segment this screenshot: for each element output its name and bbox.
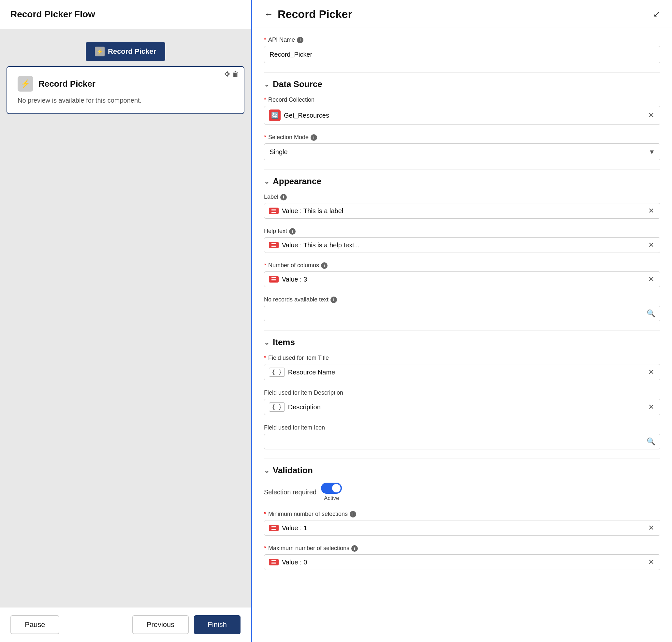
selection-mode-select[interactable]: Single Multiple bbox=[264, 143, 660, 160]
item-icon-input[interactable] bbox=[269, 438, 647, 446]
item-title-clear-button[interactable]: ✕ bbox=[647, 368, 655, 376]
min-selections-info-icon: i bbox=[350, 511, 356, 517]
no-records-search-icon: 🔍 bbox=[647, 309, 655, 318]
max-selections-value-text: Value : 0 bbox=[282, 558, 644, 566]
item-icon-label: Field used for item Icon bbox=[264, 424, 660, 431]
api-name-label: * API Name i bbox=[264, 37, 660, 43]
flow-canvas: ⚡ Record Picker ✥ 🗑 ⚡ Record Picker No bbox=[0, 29, 251, 607]
selection-mode-info-icon: i bbox=[311, 134, 317, 141]
validation-chevron-icon[interactable]: ⌄ bbox=[264, 467, 270, 475]
label-value-text: Value : This is a label bbox=[282, 207, 644, 215]
section-divider-4 bbox=[264, 459, 660, 459]
toggle-row: Selection required Active bbox=[264, 483, 660, 502]
min-selections-clear-button[interactable]: ✕ bbox=[647, 524, 655, 532]
min-selections-badge-icon bbox=[271, 526, 276, 530]
move-icon: ✥ bbox=[224, 70, 230, 78]
record-collection-clear-button[interactable]: ✕ bbox=[647, 111, 655, 119]
record-collection-required-star: * bbox=[264, 97, 266, 103]
no-records-input[interactable] bbox=[269, 310, 647, 318]
num-columns-value-field[interactable]: Value : 3 ✕ bbox=[264, 271, 660, 287]
validation-section-header: ⌄ Validation bbox=[264, 465, 660, 475]
item-description-clear-button[interactable]: ✕ bbox=[647, 403, 655, 411]
min-selections-label: * Minimum number of selections i bbox=[264, 511, 660, 517]
right-content: * API Name i ⌄ Data Source * Record Coll… bbox=[252, 27, 672, 588]
label-info-icon: i bbox=[280, 194, 287, 201]
label-value-field[interactable]: Value : This is a label ✕ bbox=[264, 203, 660, 219]
no-records-search-field[interactable]: 🔍 bbox=[264, 306, 660, 321]
toggle-container: Active bbox=[321, 483, 342, 502]
component-button-label: Record Picker bbox=[108, 47, 156, 56]
card-move-button[interactable]: ✥ bbox=[224, 70, 230, 79]
item-title-field[interactable]: { } Resource Name ✕ bbox=[264, 364, 660, 380]
num-columns-group: * Number of columns i Value : 3 ✕ bbox=[264, 262, 660, 287]
delete-icon: 🗑 bbox=[232, 70, 239, 78]
min-selections-value-field[interactable]: Value : 1 ✕ bbox=[264, 520, 660, 536]
previous-button[interactable]: Previous bbox=[132, 615, 189, 634]
no-records-group: No records available text i 🔍 bbox=[264, 296, 660, 321]
api-name-input[interactable] bbox=[264, 46, 660, 63]
card-icon: ⚡ bbox=[17, 76, 33, 92]
help-text-clear-button[interactable]: ✕ bbox=[647, 241, 655, 249]
data-source-label: Data Source bbox=[273, 79, 322, 89]
selection-mode-group: * Selection Mode i Single Multiple ▼ bbox=[264, 134, 660, 160]
help-text-badge-icon bbox=[271, 243, 276, 247]
max-selections-clear-button[interactable]: ✕ bbox=[647, 558, 655, 566]
validation-label: Validation bbox=[273, 465, 313, 475]
bottom-bar: Pause Previous Finish bbox=[0, 607, 251, 642]
max-selections-value-badge bbox=[269, 559, 279, 565]
no-records-info-icon: i bbox=[331, 297, 337, 303]
card-delete-button[interactable]: 🗑 bbox=[232, 70, 239, 79]
data-source-section-header: ⌄ Data Source bbox=[264, 79, 660, 89]
max-selections-label: * Maximum number of selections i bbox=[264, 545, 660, 552]
selection-mode-label: * Selection Mode i bbox=[264, 134, 660, 141]
num-columns-value-text: Value : 3 bbox=[282, 276, 644, 283]
section-divider-1 bbox=[264, 72, 660, 73]
item-title-label: * Field used for item Title bbox=[264, 355, 660, 361]
item-title-group: * Field used for item Title { } Resource… bbox=[264, 355, 660, 380]
finish-button[interactable]: Finish bbox=[194, 615, 241, 634]
max-selections-value-field[interactable]: Value : 0 ✕ bbox=[264, 554, 660, 570]
record-collection-field[interactable]: 🔄 Get_Resources ✕ bbox=[264, 106, 660, 125]
api-name-required-star: * bbox=[264, 37, 266, 43]
appearance-chevron-icon[interactable]: ⌄ bbox=[264, 178, 270, 185]
right-panel-title: Record Picker bbox=[278, 8, 352, 21]
help-text-value-field[interactable]: Value : This is a help text... ✕ bbox=[264, 237, 660, 253]
min-selections-group: * Minimum number of selections i Value :… bbox=[264, 511, 660, 536]
help-text-value-badge bbox=[269, 242, 279, 248]
card-header: ⚡ Record Picker bbox=[17, 76, 233, 92]
section-divider-3 bbox=[264, 331, 660, 331]
label-badge-icon bbox=[271, 209, 276, 213]
item-description-value: Description bbox=[288, 403, 644, 411]
label-field-label: Label i bbox=[264, 194, 660, 201]
label-clear-button[interactable]: ✕ bbox=[647, 207, 655, 215]
item-description-field[interactable]: { } Description ✕ bbox=[264, 399, 660, 415]
record-collection-value: Get_Resources bbox=[284, 112, 644, 119]
back-button[interactable]: ← bbox=[264, 9, 273, 20]
num-columns-info-icon: i bbox=[321, 262, 327, 269]
num-columns-clear-button[interactable]: ✕ bbox=[647, 275, 655, 283]
pause-button[interactable]: Pause bbox=[10, 615, 59, 634]
appearance-section-header: ⌄ Appearance bbox=[264, 176, 660, 187]
item-icon-search-field[interactable]: 🔍 bbox=[264, 434, 660, 449]
num-columns-required-star: * bbox=[264, 262, 266, 269]
flow-title-text: Record Picker Flow bbox=[10, 9, 95, 19]
component-button-container: ⚡ Record Picker bbox=[86, 42, 165, 61]
component-button[interactable]: ⚡ Record Picker bbox=[86, 42, 165, 61]
expand-icon[interactable]: ⤢ bbox=[653, 9, 660, 19]
help-text-group: Help text i Value : This is a help text.… bbox=[264, 228, 660, 253]
component-preview-card: ✥ 🗑 ⚡ Record Picker No preview is availa… bbox=[7, 66, 244, 114]
item-description-curly-badge: { } bbox=[269, 402, 285, 412]
bottom-right-buttons: Previous Finish bbox=[132, 615, 241, 634]
card-body: No preview is available for this compone… bbox=[17, 97, 233, 104]
num-columns-value-badge bbox=[269, 276, 279, 283]
flow-title: Record Picker Flow bbox=[0, 0, 251, 29]
num-columns-label: * Number of columns i bbox=[264, 262, 660, 269]
card-title: Record Picker bbox=[38, 79, 95, 89]
items-label: Items bbox=[273, 337, 295, 347]
label-field-group: Label i Value : This is a label ✕ bbox=[264, 194, 660, 219]
data-source-chevron-icon[interactable]: ⌄ bbox=[264, 80, 270, 88]
right-panel: ← Record Picker ⤢ * API Name i ⌄ Data So… bbox=[252, 0, 672, 642]
items-chevron-icon[interactable]: ⌄ bbox=[264, 338, 270, 346]
num-columns-badge-icon bbox=[271, 277, 276, 281]
selection-required-toggle[interactable] bbox=[321, 483, 342, 494]
